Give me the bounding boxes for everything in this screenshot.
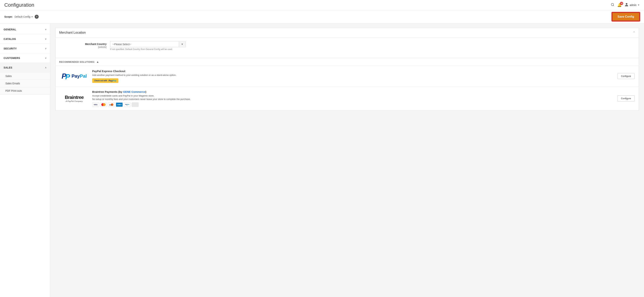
section-header: Merchant Location ⌃ [56,28,639,38]
braintree-name-start: Braintree Payments (by [92,90,123,93]
braintree-desc-line1: Accept credit/debit cards and PayPal in … [92,94,154,97]
recommended-solutions-label: RECOMMENDED SOLUTIONS: [59,61,95,63]
scope-label: Scope: [4,15,13,18]
paypal-configure-button[interactable]: Configure [618,73,634,79]
notification-badge: 39 [620,2,623,5]
paypal-pay-text: Pay [72,73,80,79]
section-collapse-button[interactable]: ⌃ [633,31,635,34]
save-config-button[interactable]: Save Config [612,13,640,21]
gene-commerce-link[interactable]: GENE Commerce [123,90,145,93]
merchant-country-sublabel: [website] [98,46,106,48]
paypal-checkout-button[interactable]: Check out with PayPal [92,78,118,83]
sidebar-sub-item-sales[interactable]: Sales [0,72,50,80]
sidebar-item-sales-label: SALES [4,66,12,69]
recommended-arrow-icon: ▲ [96,60,99,63]
braintree-name: Braintree [65,95,84,100]
sidebar-item-general-header[interactable]: GENERAL ∨ [0,25,50,34]
merchant-country-hint: If not specified, Default Country from G… [110,48,634,51]
sidebar-item-catalog-header[interactable]: CATALOG ∨ [0,34,50,44]
svg-point-0 [611,3,614,6]
sidebar-item-customers-header[interactable]: CUSTOMERS ∨ [0,53,50,63]
merchant-country-select-wrapper: --Please Select-- ▼ [110,41,186,47]
paypal-payment-desc: Add another payment method to your exist… [92,73,614,77]
user-avatar-icon [624,3,628,8]
sidebar-general-chevron-icon: ∨ [45,28,46,31]
user-name-label: admin [630,4,636,7]
sidebar-item-sales: SALES ∧ Sales Sales Emails PDF Print-out… [0,63,50,95]
select-arrow-icon: ▼ [179,42,186,47]
sidebar-item-security-label: SECURITY [4,47,17,50]
merchant-country-field-group: --Please Select-- ▼ If not specified, De… [110,41,634,51]
scope-bar: Scope: Default Config ▼ ? Save Config [0,10,644,23]
merchant-country-select[interactable]: --Please Select-- [110,41,179,47]
merchant-location-section: Merchant Location ⌃ Merchant Country [we… [55,28,639,111]
sidebar-item-security-header[interactable]: SECURITY ∨ [0,44,50,53]
paypal-text: PayPal [72,73,87,79]
section-title: Merchant Location [59,31,86,35]
sidebar-sub-item-sales-emails[interactable]: Sales Emails [0,80,50,87]
sidebar-item-sales-header[interactable]: SALES ∧ [0,63,50,72]
merchant-country-label: Merchant Country [60,43,106,46]
extra-card-icon [132,103,138,107]
sidebar-item-customers: CUSTOMERS ∨ [0,53,50,63]
paypal-pal-text: Pal [80,73,87,79]
main-layout: GENERAL ∨ CATALOG ∨ SECURITY ∨ CUSTOMERS… [0,23,644,297]
braintree-payment-name: Braintree Payments (by GENE Commerce) [92,90,614,93]
sidebar: GENERAL ∨ CATALOG ∨ SECURITY ∨ CUSTOMERS… [0,23,50,297]
search-button[interactable] [611,3,614,7]
braintree-tagline: A PayPal Company [65,100,84,102]
paypal-logo-mark: P P PayPal [62,71,87,81]
braintree-logo-mark: Braintree A PayPal Company [65,95,84,102]
braintree-desc-line2: No setup or monthly fees and your custom… [92,98,191,101]
sidebar-item-general: GENERAL ∨ [0,25,50,34]
amex-card-icon: AMEX [116,103,123,107]
braintree-logo: Braintree A PayPal Company [60,95,88,102]
svg-point-3 [103,103,106,106]
paypal-logo: P P PayPal [60,71,88,81]
recommended-solutions-header: RECOMMENDED SOLUTIONS: ▲ [56,58,639,66]
notification-bell[interactable]: 🔔 39 [617,3,622,7]
scope-value: Default Config [14,15,30,18]
sidebar-sub-item-pdf-printouts[interactable]: PDF Print-outs [0,87,50,94]
merchant-country-label-group: Merchant Country [website] [60,41,110,48]
paypal-payment-row: P P PayPal PayPal Express Checkout Add a… [56,66,639,87]
paypal-payment-info: PayPal Express Checkout Add another paym… [92,70,614,83]
sidebar-sales-submenu: Sales Sales Emails PDF Print-outs [0,72,50,94]
paypal-p-lightblue: P [65,73,70,81]
user-menu[interactable]: admin ▼ [624,3,640,8]
paypal-payment-name: PayPal Express Checkout [92,70,614,73]
discover-card-icon: DISC [108,103,115,107]
sidebar-item-customers-label: CUSTOMERS [4,57,20,60]
user-dropdown-arrow-icon: ▼ [638,4,640,6]
sidebar-item-catalog-label: CATALOG [4,38,16,41]
svg-line-1 [613,5,614,6]
sidebar-security-chevron-icon: ∨ [45,47,46,50]
sidebar-item-security: SECURITY ∨ [0,44,50,53]
braintree-payment-info: Braintree Payments (by GENE Commerce) Ac… [92,90,614,107]
scope-left: Scope: Default Config ▼ ? [4,15,39,19]
braintree-configure-button[interactable]: Configure [618,96,634,101]
svg-text:DISC: DISC [109,104,112,106]
sidebar-catalog-chevron-icon: ∨ [45,38,46,40]
sidebar-customers-chevron-icon: ∨ [45,57,46,59]
braintree-payment-desc: Accept credit/debit cards and PayPal in … [92,94,614,101]
sidebar-item-general-label: GENERAL [4,28,16,31]
mastercard-icon [100,103,107,107]
sidebar-sales-chevron-icon: ∧ [45,66,46,69]
paypal-checkout-text: Check out with [94,80,107,82]
merchant-country-row: Merchant Country [website] --Please Sele… [60,41,634,51]
sidebar-item-catalog: CATALOG ∨ [0,34,50,44]
braintree-payment-row: Braintree A PayPal Company Braintree Pay… [56,87,639,110]
help-icon[interactable]: ? [35,15,39,19]
visa-card-icon: VISA [92,103,99,107]
page-title: Configuration [4,2,34,8]
paypal-checkout-brand: PayPal [108,79,116,82]
braintree-name-end: ) [145,90,146,93]
content-area: Merchant Location ⌃ Merchant Country [we… [50,23,644,297]
scope-chevron-icon: ▼ [31,16,33,18]
card-icons-row: VISA DISC [92,103,614,107]
header-actions: 🔔 39 admin ▼ [611,3,640,8]
form-section: Merchant Country [website] --Please Sele… [56,38,639,58]
top-header: Configuration 🔔 39 admin ▼ [0,0,644,10]
scope-select[interactable]: Default Config ▼ [14,15,33,18]
